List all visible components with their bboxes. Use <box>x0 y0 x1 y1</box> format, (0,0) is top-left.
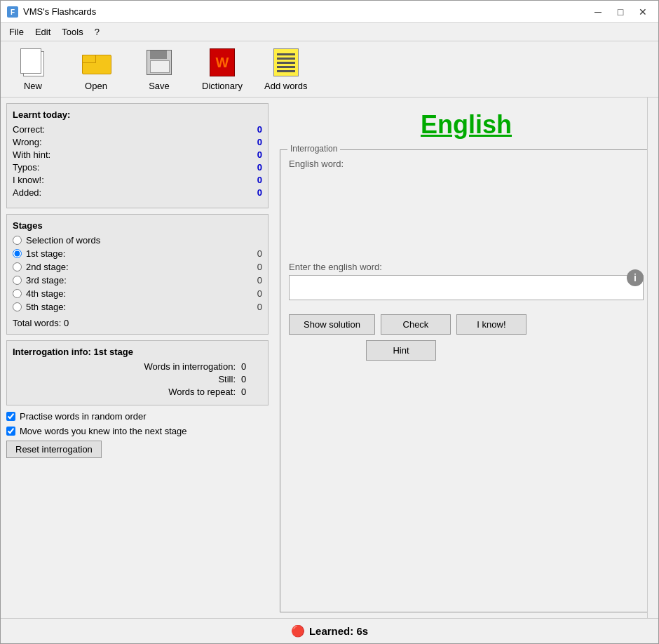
english-word-display <box>280 172 652 256</box>
status-icon: 🔴 <box>291 624 305 638</box>
minimize-button[interactable]: ─ <box>588 4 608 20</box>
typos-value: 0 <box>257 162 262 173</box>
addwords-label: Add words <box>264 81 307 91</box>
iknow-button[interactable]: I know! <box>456 314 526 335</box>
total-value: 0 <box>64 318 69 328</box>
stage-1-label: 1st stage: <box>26 248 253 259</box>
info-words-value: 0 <box>241 361 262 372</box>
stage-2-label: 2nd stage: <box>26 262 253 272</box>
total-words-row: Total words: 0 <box>13 318 262 328</box>
title-bar: F VMS's Flashcards ─ □ ✕ <box>1 1 658 23</box>
left-panel: Learnt today: Correct: 0 Wrong: 0 With h… <box>1 98 274 618</box>
scrollbar[interactable] <box>647 98 658 618</box>
stage-3-radio[interactable] <box>13 276 22 285</box>
added-label: Added: <box>13 187 257 198</box>
stage-2-radio[interactable] <box>13 262 22 271</box>
reset-interrogation-button[interactable]: Reset interrogation <box>6 441 102 458</box>
wrong-value: 0 <box>257 137 262 147</box>
checkboxes-area: Practise words in random order Move word… <box>6 411 269 458</box>
stat-correct: Correct: 0 <box>13 124 262 135</box>
stage-4-row: 4th stage: 0 <box>13 288 262 299</box>
move-checkbox[interactable] <box>6 427 15 436</box>
check-button[interactable]: Check <box>381 314 451 335</box>
menu-tools[interactable]: Tools <box>56 25 88 39</box>
save-icon <box>144 47 175 78</box>
stage-4-label: 4th stage: <box>26 288 253 299</box>
move-checkbox-row: Move words you knew into the next stage <box>6 426 269 436</box>
stage-2-value: 0 <box>257 262 262 272</box>
enter-english-label: Enter the english word: <box>280 256 652 275</box>
stage-3-row: 3rd stage: 0 <box>13 275 262 286</box>
stage-5-label: 5th stage: <box>26 302 253 312</box>
right-panel: English Interrogation English word: i En… <box>274 98 658 618</box>
new-label: New <box>24 81 42 91</box>
typos-label: Typos: <box>13 162 257 173</box>
dictionary-label: Dictionary <box>202 81 243 91</box>
hint-label: With hint: <box>13 149 257 160</box>
stage-1-radio[interactable] <box>13 249 22 258</box>
show-solution-button[interactable]: Show solution <box>289 314 375 335</box>
info-icon[interactable]: i <box>627 269 644 286</box>
menu-file[interactable]: File <box>4 25 29 39</box>
hint-button[interactable]: Hint <box>366 340 436 361</box>
stage-selection-radio[interactable] <box>13 236 22 245</box>
addwords-button[interactable]: Add words <box>264 47 307 91</box>
menu-help[interactable]: ? <box>89 25 105 39</box>
info-still-value: 0 <box>241 374 262 384</box>
random-label: Practise words in random order <box>20 411 147 422</box>
total-label: Total words: <box>13 318 61 328</box>
save-button[interactable]: Save <box>138 47 180 91</box>
action-buttons-row: Show solution Check I know! <box>280 309 652 340</box>
dictionary-icon: W <box>207 47 238 78</box>
addwords-icon <box>271 47 301 78</box>
svg-text:F: F <box>11 8 15 16</box>
stage-5-value: 0 <box>257 302 262 312</box>
interrogation-info-box: Interrogation info: 1st stage Words in i… <box>6 340 269 405</box>
new-icon <box>18 47 48 78</box>
new-button[interactable]: New <box>12 47 54 91</box>
stat-iknow: I know!: 0 <box>13 175 262 185</box>
info-words-row: Words in interrogation: 0 <box>13 361 262 372</box>
stage-5-radio[interactable] <box>13 302 22 311</box>
interrogation-legend: Interrogation <box>287 144 340 154</box>
stage-4-value: 0 <box>257 288 262 299</box>
info-title: Interrogation info: 1st stage <box>13 347 262 357</box>
correct-label: Correct: <box>13 124 257 135</box>
stats-title: Learnt today: <box>13 109 262 120</box>
close-button[interactable]: ✕ <box>633 4 653 20</box>
maximize-button[interactable]: □ <box>611 4 630 20</box>
random-checkbox[interactable] <box>6 412 15 421</box>
move-label: Move words you knew into the next stage <box>20 426 186 436</box>
stat-hint: With hint: 0 <box>13 149 262 160</box>
window-controls: ─ □ ✕ <box>588 4 653 20</box>
answer-input[interactable] <box>289 275 644 300</box>
info-still-label: Still: <box>13 374 241 384</box>
open-button[interactable]: Open <box>75 47 117 91</box>
status-text: Learned: 6s <box>309 625 368 637</box>
stage-5-row: 5th stage: 0 <box>13 302 262 312</box>
iknow-label: I know!: <box>13 175 257 185</box>
stage-4-radio[interactable] <box>13 289 22 298</box>
window-title: VMS's Flashcards <box>23 6 588 17</box>
hint-value: 0 <box>257 149 262 160</box>
open-label: Open <box>85 81 107 91</box>
wrong-label: Wrong: <box>13 137 257 147</box>
stats-box: Learnt today: Correct: 0 Wrong: 0 With h… <box>6 103 269 208</box>
menu-edit[interactable]: Edit <box>29 25 56 39</box>
stage-2-row: 2nd stage: 0 <box>13 262 262 272</box>
stages-box: Stages Selection of words 1st stage: 0 2… <box>6 214 269 335</box>
main-content: Learnt today: Correct: 0 Wrong: 0 With h… <box>1 98 658 618</box>
info-repeat-row: Words to repeat: 0 <box>13 387 262 397</box>
open-icon <box>81 47 111 78</box>
stage-3-value: 0 <box>257 275 262 286</box>
stat-typos: Typos: 0 <box>13 162 262 173</box>
stages-title: Stages <box>13 220 262 231</box>
stage-selection: Selection of words <box>13 235 262 246</box>
stage-selection-label: Selection of words <box>26 235 262 246</box>
correct-value: 0 <box>257 124 262 135</box>
info-words-label: Words in interrogation: <box>13 361 241 372</box>
menu-bar: File Edit Tools ? <box>1 23 658 41</box>
iknow-value: 0 <box>257 175 262 185</box>
dictionary-button[interactable]: W Dictionary <box>201 47 243 91</box>
hint-row: Hint <box>280 340 652 369</box>
